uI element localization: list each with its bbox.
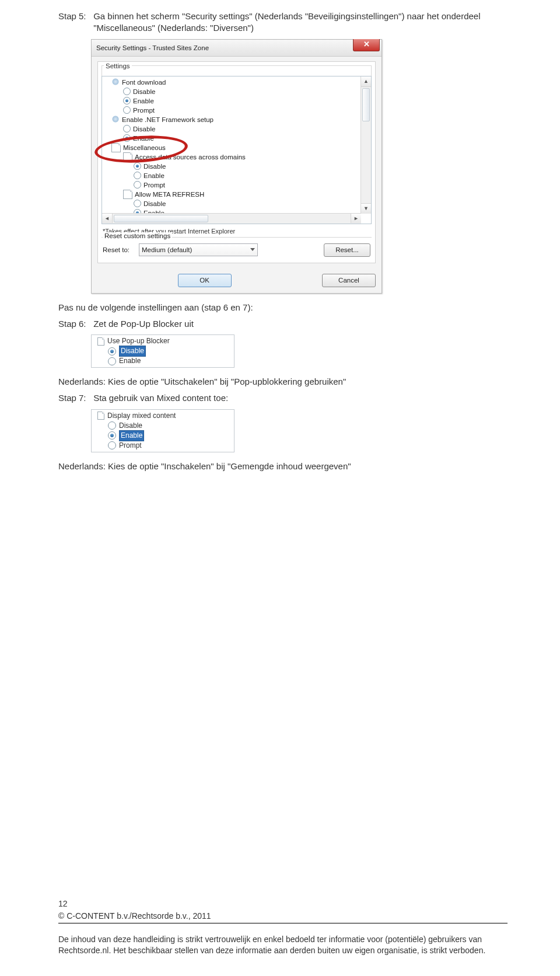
tree-label: Disable (144, 199, 166, 208)
scroll-thumb[interactable] (362, 88, 370, 121)
cancel-button-label: Cancel (338, 277, 359, 284)
page-icon (111, 143, 121, 152)
step5-label: Stap 5: (58, 11, 91, 22)
tree-label: Disable (144, 162, 166, 171)
snippet-option-label: Disable (119, 346, 146, 357)
scroll-down-icon[interactable]: ▼ (361, 203, 371, 214)
tree-option-enable[interactable]: Enable (134, 171, 371, 180)
tree-option-disable[interactable]: Disable (123, 87, 371, 96)
dialog-button-row: OK Cancel (92, 269, 382, 293)
radio-icon (123, 106, 131, 114)
snippet-option-enable[interactable]: Enable (108, 356, 233, 366)
radio-icon (134, 172, 141, 179)
radio-icon (134, 200, 141, 207)
step6: Stap 6: Zet de Pop-Up Blocker uit (58, 318, 508, 330)
radio-icon (134, 162, 141, 170)
tree-label: Enable (133, 96, 154, 106)
tree-option-prompt[interactable]: Prompt (123, 106, 371, 115)
step5-line1: Ga binnen het scherm "Security settings"… (93, 11, 480, 21)
snippet-option-label: Enable (119, 356, 141, 366)
vertical-scrollbar[interactable]: ▲ ▼ (360, 76, 371, 214)
radio-icon (108, 357, 116, 365)
tree-label: Allow META REFRESH (135, 190, 204, 199)
dialog-titlebar: Security Settings - Trusted Sites Zone ✕ (92, 40, 382, 57)
page-number: 12 (58, 898, 508, 909)
reset-level-combo[interactable]: Medium (default) (139, 243, 258, 256)
tree-option-disable[interactable]: Disable (134, 162, 371, 171)
settings-group-text: Settings (104, 62, 132, 69)
radio-icon (108, 431, 116, 440)
reset-to-label: Reset to: (103, 246, 139, 253)
radio-icon (108, 421, 116, 430)
step5-text: Ga binnen het scherm "Security settings"… (93, 11, 496, 34)
tree-option-disable[interactable]: Disable (134, 199, 371, 208)
ok-button[interactable]: OK (178, 274, 232, 287)
snippet-option-disable[interactable]: Disable (108, 346, 233, 356)
tree-option-prompt[interactable]: Prompt (134, 180, 371, 190)
tree-label: Enable (133, 134, 154, 143)
tree-access-data: Access data sources across domains (123, 152, 371, 162)
tree-option-disable[interactable]: Disable (123, 124, 371, 134)
close-icon: ✕ (363, 40, 370, 48)
reset-button-label: Reset... (335, 246, 359, 253)
ok-button-label: OK (200, 277, 209, 284)
radio-icon (108, 347, 116, 355)
tree-option-enable[interactable]: Enable (123, 96, 371, 106)
scroll-hthumb[interactable] (114, 215, 208, 222)
page-footer: 12 © C-CONTENT b.v./Rechtsorde b.v., 201… (58, 898, 508, 956)
disclaimer-line1: De inhoud van deze handleiding is strikt… (58, 935, 482, 944)
snippet-option-label: Enable (119, 430, 144, 441)
tree-allow-meta: Allow META REFRESH (123, 190, 371, 199)
tree-option-enable[interactable]: Enable (123, 134, 371, 143)
tree-label: Prompt (133, 106, 155, 115)
snippet-option-prompt[interactable]: Prompt (108, 441, 233, 451)
reset-row: Reset to: Medium (default) Reset... (103, 243, 370, 257)
radio-icon (123, 134, 131, 142)
scroll-right-icon[interactable]: ► (351, 214, 361, 223)
reset-button[interactable]: Reset... (324, 243, 370, 257)
snippet-option-label: Prompt (119, 441, 142, 451)
security-settings-dialog: Security Settings - Trusted Sites Zone ✕… (91, 39, 382, 294)
step7-text: Sta gebruik van Mixed content toe: (93, 392, 496, 404)
radio-icon (123, 88, 131, 95)
tree-label: Access data sources across domains (135, 152, 246, 162)
step7: Stap 7: Sta gebruik van Mixed content to… (58, 392, 508, 404)
radio-icon (134, 181, 141, 189)
scroll-up-icon[interactable]: ▲ (361, 76, 371, 87)
reset-group: Reset custom settings Reset to: Medium (… (102, 237, 372, 263)
gear-icon (111, 116, 120, 124)
step5: Stap 5: Ga binnen het scherm "Security s… (58, 11, 508, 34)
page-icon (97, 337, 104, 346)
page-icon (97, 412, 104, 420)
reset-legend: Reset custom settings (103, 232, 172, 239)
cancel-button[interactable]: Cancel (322, 274, 376, 287)
horizontal-scrollbar[interactable]: ◄ ► (102, 213, 361, 224)
dialog-body: Settings Font download Disable Enable Pr… (97, 61, 376, 263)
page-icon (123, 152, 132, 162)
tree-label: Prompt (144, 180, 165, 190)
popup-blocker-snippet: Use Pop-up Blocker Disable Enable (91, 334, 235, 368)
scroll-left-icon[interactable]: ◄ (102, 214, 113, 223)
disclaimer-line2: Rechtsorde.nl. Het beschikbaar stellen v… (58, 946, 485, 955)
step6-text: Zet de Pop-Up Blocker uit (93, 318, 496, 330)
copyright: © C-CONTENT b.v./Rechtsorde b.v., 2011 (58, 911, 508, 923)
snippet-header: Display mixed content (97, 411, 233, 421)
snippet-option-enable[interactable]: Enable (108, 431, 233, 441)
radio-icon (108, 441, 116, 449)
step7-note: Nederlands: Kies de optie "Inschakelen" … (58, 461, 508, 472)
close-button[interactable]: ✕ (353, 39, 380, 51)
disclaimer: De inhoud van deze handleiding is strikt… (58, 934, 508, 956)
settings-group-label: Settings (102, 65, 372, 76)
snippet-header: Use Pop-up Blocker (97, 336, 233, 346)
tree-label: Miscellaneous (123, 143, 166, 152)
tree-net-framework: Enable .NET Framework setup (111, 115, 371, 124)
snippet-option-disable[interactable]: Disable (108, 421, 233, 431)
tree-label: Font download (122, 78, 166, 87)
gear-icon (111, 78, 120, 86)
snippet-option-label: Disable (119, 421, 142, 431)
step6-note: Nederlands: Kies de optie "Uitschakelen"… (58, 376, 508, 388)
step5-line2: "Miscellaneous" (Nederlands: "Diversen") (93, 23, 254, 33)
snippet-header-label: Display mixed content (107, 411, 176, 421)
tree-miscellaneous: Miscellaneous (111, 143, 371, 152)
radio-icon (123, 125, 131, 133)
